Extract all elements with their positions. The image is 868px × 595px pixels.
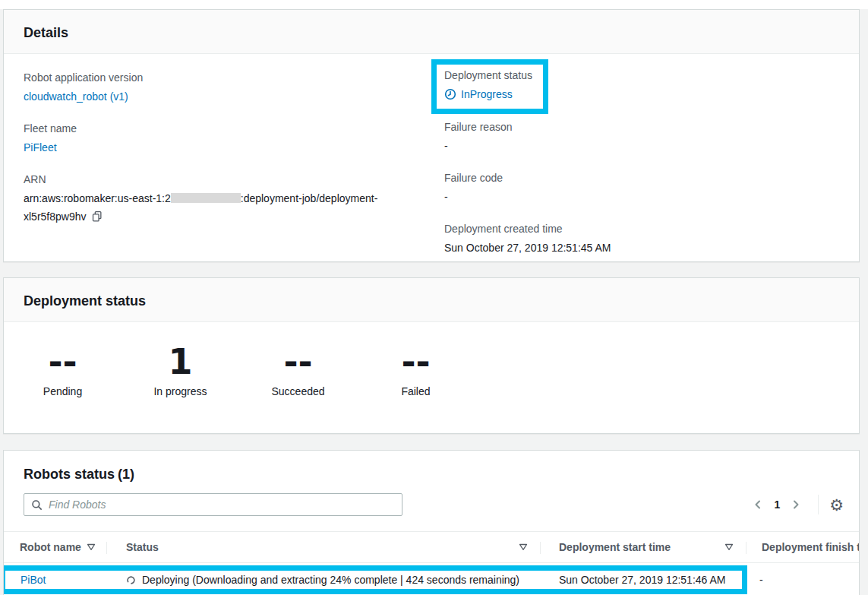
arn-label: ARN <box>24 171 444 188</box>
toolbar-divider <box>818 495 819 514</box>
pagination-next-button[interactable] <box>786 497 806 512</box>
details-panel: Details Robot application version cloudw… <box>3 9 860 262</box>
robots-status-title-row: Robots status (1) <box>4 464 859 484</box>
robot-start-time-cell: Sun October 27, 2019 12:51:46 AM <box>541 574 742 586</box>
stat-failed: -- Failed <box>357 342 475 400</box>
stat-pending-value: -- <box>4 342 122 381</box>
row-highlight-inner: PiBot Deploying (Downloading and extract… <box>5 571 742 589</box>
deployment-stats-row: -- Pending 1 In progress -- Succeeded --… <box>4 322 859 400</box>
arn-value: arn:aws:robomaker:us-east-1:2:deployment… <box>24 189 444 226</box>
arn-mid: :deployment-job/deployment- <box>241 192 378 204</box>
stat-in-progress: 1 In progress <box>122 342 239 400</box>
stat-in-progress-label: In progress <box>122 383 239 400</box>
robots-table: Robot name Status Deployment start time … <box>4 531 859 595</box>
stat-pending-label: Pending <box>4 383 122 400</box>
failure-reason-value: - <box>444 137 839 155</box>
robot-app-version-label: Robot application version <box>24 69 444 86</box>
created-time-field: Deployment created time Sun October 27, … <box>444 220 839 257</box>
fleet-name-link[interactable]: PiFleet <box>24 141 57 153</box>
deployment-status-text: InProgress <box>461 85 513 103</box>
deployment-status-label: Deployment status <box>444 67 535 84</box>
failure-reason-field: Failure reason - <box>444 119 839 155</box>
stat-succeeded-value: -- <box>239 342 357 381</box>
stat-succeeded: -- Succeeded <box>239 342 357 400</box>
stat-in-progress-value: 1 <box>122 342 239 381</box>
search-input[interactable] <box>49 498 395 511</box>
robot-name-link[interactable]: PiBot <box>21 574 46 586</box>
deployment-status-highlight-box: Deployment status InProgress <box>431 59 548 114</box>
robots-status-panel: Robots status (1) 1 ⚙ Robot name <box>3 450 860 595</box>
details-right-column: Deployment status InProgress Failure rea… <box>444 69 839 262</box>
search-icon <box>31 499 43 511</box>
settings-gear-icon: ⚙ <box>829 496 844 514</box>
stat-failed-value: -- <box>357 342 475 381</box>
copy-icon <box>91 214 103 225</box>
deployment-status-panel: Deployment status -- Pending 1 In progre… <box>3 277 860 434</box>
created-time-label: Deployment created time <box>444 220 839 237</box>
column-label-finish-time: Deployment finish time <box>762 541 859 553</box>
deployment-status-panel-title: Deployment status <box>24 291 839 311</box>
pagination-prev-button[interactable] <box>748 497 768 512</box>
details-panel-title: Details <box>24 23 839 43</box>
robots-toolbar: 1 ⚙ <box>4 493 859 516</box>
failure-code-value: - <box>444 188 839 206</box>
stat-failed-label: Failed <box>357 383 475 400</box>
top-strip <box>0 0 868 9</box>
robot-app-version-link[interactable]: cloudwatch_robot (v1) <box>24 90 128 103</box>
robots-search-box[interactable] <box>24 493 402 516</box>
chevron-right-icon <box>791 502 801 513</box>
column-header-start-time[interactable]: Deployment start time <box>541 532 746 562</box>
chevron-left-icon <box>753 502 763 513</box>
deployment-status-value: InProgress <box>444 85 535 103</box>
robot-status-text: Deploying (Downloading and extracting 24… <box>142 574 519 586</box>
created-time-value: Sun October 27, 2019 12:51:45 AM <box>444 239 839 257</box>
arn-prefix: arn:aws:robomaker:us-east-1:2 <box>24 192 171 204</box>
column-label-status: Status <box>126 541 159 553</box>
failure-code-field: Failure code - <box>444 169 839 206</box>
column-label-start-time: Deployment start time <box>559 541 671 553</box>
robot-status-cell: Deploying (Downloading and extracting 24… <box>107 574 541 586</box>
robots-status-count: (1) <box>118 467 134 482</box>
stat-succeeded-label: Succeeded <box>239 383 357 400</box>
pagination-current-page[interactable]: 1 <box>774 498 780 511</box>
fleet-name-label: Fleet name <box>24 120 444 137</box>
arn-field: ARN arn:aws:robomaker:us-east-1:2:deploy… <box>24 171 444 226</box>
table-row: PiBot Deploying (Downloading and extract… <box>4 563 859 595</box>
failure-code-label: Failure code <box>444 169 839 186</box>
column-header-status[interactable]: Status <box>107 532 541 562</box>
failure-reason-label: Failure reason <box>444 119 839 135</box>
stat-pending: -- Pending <box>4 342 122 400</box>
robot-finish-time-cell: - <box>759 565 763 594</box>
robots-status-title: Robots status <box>24 467 115 482</box>
column-header-robot-name[interactable]: Robot name <box>4 532 107 562</box>
details-body: Robot application version cloudwatch_rob… <box>4 54 859 262</box>
filter-triangle-icon[interactable] <box>87 543 96 551</box>
column-header-finish-time[interactable]: Deployment finish time <box>746 532 859 562</box>
filter-triangle-icon[interactable] <box>519 543 528 551</box>
robot-app-version-field: Robot application version cloudwatch_rob… <box>24 69 444 106</box>
robots-table-header: Robot name Status Deployment start time … <box>4 531 859 563</box>
fleet-name-field: Fleet name PiFleet <box>24 120 444 157</box>
column-label-robot-name: Robot name <box>20 541 81 553</box>
deployment-status-panel-header: Deployment status <box>4 278 859 322</box>
spinner-icon <box>126 575 136 585</box>
robots-toolbar-right: 1 ⚙ <box>748 495 844 514</box>
arn-redacted-account <box>171 193 241 203</box>
filter-triangle-icon[interactable] <box>724 543 734 551</box>
robomaker-deployment-page: Details Robot application version cloudw… <box>0 0 868 595</box>
in-progress-clock-icon <box>444 88 456 100</box>
row-highlight-box: PiBot Deploying (Downloading and extract… <box>3 565 747 594</box>
details-left-column: Robot application version cloudwatch_rob… <box>24 69 444 262</box>
arn-line2: xl5r5f8pw9hv <box>24 210 87 223</box>
details-panel-header: Details <box>4 10 859 54</box>
table-preferences-button[interactable]: ⚙ <box>829 497 844 513</box>
copy-arn-button[interactable] <box>91 210 103 225</box>
